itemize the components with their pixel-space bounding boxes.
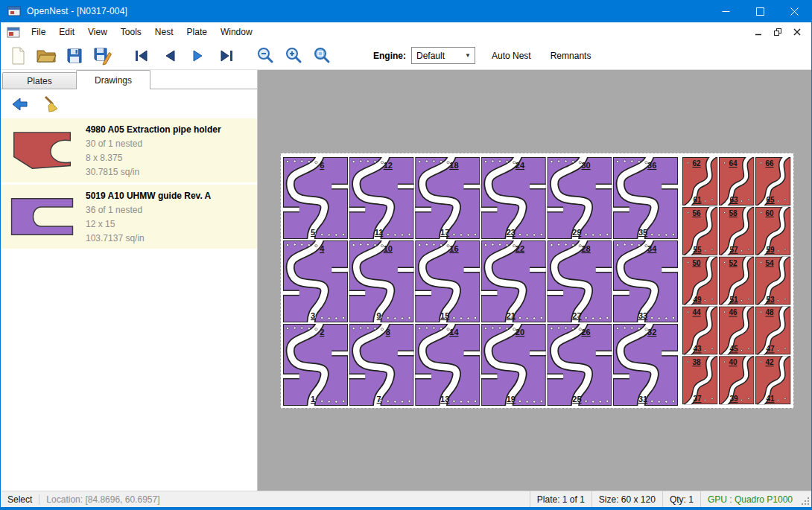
engine-select[interactable]: Default ▼ <box>411 47 475 64</box>
title-bar: OpenNest - [N0317-004] <box>1 0 811 22</box>
auto-nest-button[interactable]: Auto Nest <box>489 46 534 66</box>
broom-button[interactable] <box>38 93 63 115</box>
mdi-minimize-button[interactable] <box>750 25 767 39</box>
svg-text:30: 30 <box>581 161 590 170</box>
location-status: Location: [84.8696, 60.6957] <box>39 494 166 505</box>
window-bottom-border <box>1 507 811 510</box>
tab-plates[interactable]: Plates <box>2 72 77 89</box>
nest-canvas[interactable]: 6512111817242330293635431091615222128273… <box>258 70 811 491</box>
app-window: OpenNest - [N0317-004] FileEditViewTools… <box>0 0 812 510</box>
new-button[interactable] <box>4 43 32 68</box>
parts-panel: Plates Drawings 4980 A05 Extraction pipe… <box>1 70 258 491</box>
gpu-status: GPU : Quadro P1000 <box>700 491 799 507</box>
svg-text:47: 47 <box>766 345 775 353</box>
drawing-list-item[interactable]: 5019 A10 UHMW guide Rev. A36 of 1 nested… <box>1 185 257 249</box>
svg-text:65: 65 <box>766 196 775 204</box>
svg-text:10: 10 <box>384 244 393 253</box>
svg-text:22: 22 <box>516 244 524 253</box>
tab-strip: Plates Drawings <box>1 70 257 89</box>
save-button[interactable] <box>60 43 89 68</box>
nest-plate-svg[interactable]: 6512111817242330293635431091615222128273… <box>280 153 794 409</box>
drawing-area: 30.7815 sq/in <box>86 165 221 179</box>
svg-text:38: 38 <box>692 358 701 366</box>
minimize-button[interactable] <box>708 0 743 22</box>
zoom-out-icon <box>256 46 275 66</box>
nav-previous-button[interactable] <box>156 43 184 68</box>
svg-text:15: 15 <box>440 311 449 320</box>
svg-text:6: 6 <box>320 161 324 170</box>
drawing-title: 5019 A10 UHMW guide Rev. A <box>86 189 211 203</box>
svg-text:8: 8 <box>386 328 390 337</box>
svg-text:57: 57 <box>729 246 738 254</box>
save-as-button[interactable] <box>89 43 117 68</box>
nav-next-icon <box>189 47 207 65</box>
resize-grip[interactable] <box>799 491 811 507</box>
menu-items: FileEditViewToolsNestPlateWindow <box>25 23 259 41</box>
content-area: Plates Drawings 4980 A05 Extraction pipe… <box>1 70 811 491</box>
part-thumbnail-icon <box>5 188 80 246</box>
zoom-in-button[interactable] <box>279 43 308 68</box>
drawings-list: 4980 A05 Extraction pipe holder30 of 1 n… <box>1 118 257 251</box>
svg-text:44: 44 <box>692 308 701 316</box>
svg-text:36: 36 <box>647 161 656 170</box>
open-icon <box>36 47 57 65</box>
svg-text:37: 37 <box>693 395 702 403</box>
menu-item-edit[interactable]: Edit <box>52 23 81 41</box>
back-arrow-icon <box>10 97 28 112</box>
svg-text:48: 48 <box>765 308 774 316</box>
svg-text:54: 54 <box>765 259 774 267</box>
svg-text:9: 9 <box>377 311 381 320</box>
svg-text:23: 23 <box>507 228 516 237</box>
app-icon <box>7 5 21 17</box>
svg-text:58: 58 <box>729 209 738 217</box>
maximize-button[interactable] <box>743 0 777 22</box>
svg-text:32: 32 <box>647 328 656 337</box>
menu-item-view[interactable]: View <box>81 23 114 41</box>
nav-next-button[interactable] <box>184 43 212 68</box>
svg-text:18: 18 <box>449 161 458 170</box>
statusbar-right: Plate: 1 of 1 Size: 60 x 120 Qty: 1 GPU … <box>530 491 811 507</box>
svg-text:42: 42 <box>765 358 774 366</box>
menu-item-window[interactable]: Window <box>214 23 259 41</box>
main-toolbar: Engine: Default ▼ Auto Nest Remnants <box>1 42 811 70</box>
svg-text:45: 45 <box>729 345 738 353</box>
menu-item-tools[interactable]: Tools <box>114 23 148 41</box>
menu-item-nest[interactable]: Nest <box>148 23 180 41</box>
nav-first-button[interactable] <box>127 43 156 68</box>
svg-text:61: 61 <box>693 196 702 204</box>
drawing-item-text: 5019 A10 UHMW guide Rev. A36 of 1 nested… <box>80 188 211 246</box>
mdi-restore-button[interactable] <box>770 25 786 39</box>
svg-text:14: 14 <box>449 328 459 337</box>
svg-text:49: 49 <box>693 296 702 304</box>
svg-text:7: 7 <box>377 395 381 404</box>
qty-status: Qty: 1 <box>662 491 700 507</box>
close-button[interactable] <box>777 0 811 22</box>
remnants-button[interactable]: Remnants <box>548 46 594 66</box>
drawing-nested-count: 30 of 1 nested <box>86 137 221 151</box>
svg-text:35: 35 <box>638 228 647 237</box>
tab-drawings[interactable]: Drawings <box>76 70 150 89</box>
menu-item-plate[interactable]: Plate <box>180 23 214 41</box>
drawing-list-item[interactable]: 4980 A05 Extraction pipe holder30 of 1 n… <box>1 118 257 182</box>
svg-text:28: 28 <box>581 244 590 253</box>
svg-text:55: 55 <box>693 246 702 254</box>
plate-status: Plate: 1 of 1 <box>530 491 591 507</box>
nav-previous-icon <box>161 47 179 65</box>
back-arrow-button[interactable] <box>7 93 32 115</box>
drawing-size: 12 x 15 <box>86 217 211 232</box>
zoom-in-icon <box>284 46 303 66</box>
menu-item-file[interactable]: File <box>25 23 52 41</box>
new-icon <box>9 46 27 66</box>
mdi-close-button[interactable] <box>789 25 805 39</box>
drawing-title: 4980 A05 Extraction pipe holder <box>86 123 221 137</box>
mdi-restore-icon <box>774 28 782 36</box>
zoom-out-button[interactable] <box>251 43 279 68</box>
svg-text:59: 59 <box>766 246 775 254</box>
document-icon <box>7 27 20 38</box>
maximize-icon <box>756 7 764 16</box>
open-button[interactable] <box>32 43 60 68</box>
size-status: Size: 60 x 120 <box>591 491 662 507</box>
zoom-fit-button[interactable] <box>308 43 336 68</box>
nav-last-icon <box>218 47 235 65</box>
nav-last-button[interactable] <box>212 43 241 68</box>
